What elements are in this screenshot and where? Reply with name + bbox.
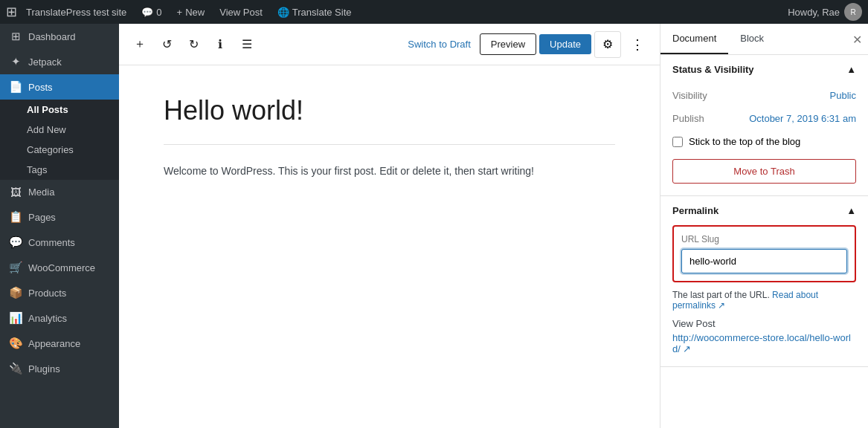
admin-bar-new[interactable]: + New [171, 0, 211, 24]
visibility-label: Visibility [672, 90, 707, 101]
appearance-icon: 🎨 [9, 337, 22, 350]
ellipsis-vertical-icon: ⋮ [631, 36, 644, 53]
visibility-row: Visibility Public [672, 84, 856, 107]
sidebar-item-comments[interactable]: 💬 Comments [0, 230, 119, 255]
permalink-header[interactable]: Permalink ▲ [660, 196, 868, 225]
publish-date-value[interactable]: October 7, 2019 6:31 am [749, 113, 856, 124]
info-icon: ℹ [218, 37, 222, 51]
admin-bar-site-name[interactable]: TranslatePress test site [20, 0, 132, 24]
view-post-url[interactable]: http://woocommerce-store.local/hello-wor… [672, 332, 851, 354]
sidebar-item-products[interactable]: 📦 Products [0, 280, 119, 305]
sidebar-item-woocommerce[interactable]: 🛒 WooCommerce [0, 255, 119, 280]
chevron-up-icon: ▲ [846, 205, 856, 216]
gear-icon: ⚙ [602, 37, 613, 51]
redo-icon: ↻ [189, 37, 199, 51]
add-block-icon: ＋ [134, 36, 146, 52]
details-button[interactable]: ℹ [208, 33, 232, 56]
comments-icon: 💬 [141, 7, 153, 18]
update-button[interactable]: Update [539, 34, 591, 54]
stick-row: Stick to the top of the blog [672, 130, 856, 153]
plugins-icon: 🔌 [9, 362, 22, 375]
post-content[interactable]: Welcome to WordPress. This is your first… [164, 163, 615, 181]
avatar: R [844, 3, 862, 21]
admin-bar: ⊞ TranslatePress test site 💬 0 + New Vie… [0, 0, 868, 24]
add-block-button[interactable]: ＋ [128, 33, 152, 56]
analytics-icon: 📊 [9, 311, 22, 325]
close-icon: ✕ [852, 33, 862, 45]
visibility-value[interactable]: Public [830, 90, 856, 101]
sidebar-sub-tags[interactable]: Tags [0, 160, 119, 180]
right-panel: Document Block ✕ Status & Visibility ▲ V… [660, 24, 868, 428]
posts-submenu: All Posts Add New Categories Tags [0, 100, 119, 180]
sidebar-sub-all-posts[interactable]: All Posts [0, 100, 119, 120]
stick-checkbox[interactable] [672, 137, 683, 147]
close-panel-button[interactable]: ✕ [852, 32, 862, 46]
permalink-input-wrapper: URL Slug [672, 225, 856, 282]
posts-icon: 📄 [9, 80, 22, 94]
sidebar-item-plugins[interactable]: 🔌 Plugins [0, 356, 119, 381]
permalink-section: Permalink ▲ URL Slug The last part of th… [660, 196, 868, 367]
switch-to-draft-button[interactable]: Switch to Draft [402, 39, 477, 50]
move-to-trash-button[interactable]: Move to Trash [672, 159, 856, 184]
editor-toolbar: ＋ ↺ ↻ ℹ ☰ Switch to Draft Preview Update… [119, 24, 660, 65]
sidebar-item-dashboard[interactable]: ⊞ Dashboard [0, 24, 119, 49]
sidebar-item-media[interactable]: 🖼 Media [0, 180, 119, 204]
woocommerce-icon: 🛒 [9, 261, 22, 274]
chevron-up-icon: ▲ [846, 64, 856, 75]
tab-block[interactable]: Block [728, 24, 776, 54]
settings-button[interactable]: ⚙ [594, 31, 621, 58]
url-slug-input[interactable] [681, 249, 847, 273]
more-options-button[interactable]: ⋮ [624, 31, 651, 58]
external-link-icon: ↗ [718, 300, 725, 311]
admin-bar-comments[interactable]: 💬 0 [135, 0, 167, 24]
tab-document[interactable]: Document [660, 24, 728, 54]
dashboard-icon: ⊞ [9, 30, 22, 43]
url-slug-label: URL Slug [681, 234, 847, 244]
undo-button[interactable]: ↺ [155, 33, 179, 56]
redo-button[interactable]: ↻ [181, 33, 205, 56]
admin-bar-view-post[interactable]: View Post [213, 0, 269, 24]
permalink-hint: The last part of the URL. Read about per… [672, 290, 856, 311]
sidebar-sub-add-new[interactable]: Add New [0, 120, 119, 140]
wp-logo-icon: ⊞ [6, 4, 17, 20]
post-title[interactable]: Hello world! [164, 95, 615, 145]
status-visibility-body: Visibility Public Publish October 7, 201… [660, 84, 868, 195]
sidebar-sub-categories[interactable]: Categories [0, 140, 119, 160]
sidebar-item-appearance[interactable]: 🎨 Appearance [0, 331, 119, 356]
media-icon: 🖼 [9, 186, 22, 198]
panel-tabs: Document Block ✕ [660, 24, 868, 55]
external-link-icon: ↗ [683, 343, 691, 354]
status-visibility-header[interactable]: Status & Visibility ▲ [660, 55, 868, 84]
sidebar-item-jetpack[interactable]: ✦ Jetpack [0, 49, 119, 74]
publish-label: Publish [672, 113, 704, 124]
comments-menu-icon: 💬 [9, 236, 22, 249]
plus-icon: + [177, 7, 183, 18]
translate-icon: 🌐 [277, 7, 289, 18]
products-icon: 📦 [9, 286, 22, 299]
list-view-icon: ☰ [242, 37, 252, 51]
pages-icon: 📋 [9, 210, 22, 224]
preview-button[interactable]: Preview [480, 33, 536, 55]
status-visibility-section: Status & Visibility ▲ Visibility Public … [660, 55, 868, 196]
sidebar-item-pages[interactable]: 📋 Pages [0, 204, 119, 230]
editor-container: ＋ ↺ ↻ ℹ ☰ Switch to Draft Preview Update… [119, 24, 660, 428]
list-view-button[interactable]: ☰ [235, 33, 259, 56]
permalink-body: URL Slug The last part of the URL. Read … [660, 225, 868, 366]
publish-row: Publish October 7, 2019 6:31 am [672, 107, 856, 130]
sidebar: ⊞ Dashboard ✦ Jetpack 📄 Posts All Posts … [0, 24, 119, 428]
admin-bar-user[interactable]: Howdy, Rae R [788, 3, 862, 21]
undo-icon: ↺ [162, 37, 172, 51]
admin-bar-translate-site[interactable]: 🌐 Translate Site [271, 0, 358, 24]
sidebar-item-analytics[interactable]: 📊 Analytics [0, 305, 119, 331]
editor-content[interactable]: Hello world! Welcome to WordPress. This … [119, 65, 660, 428]
view-post-label: View Post [672, 318, 856, 329]
sidebar-item-posts[interactable]: 📄 Posts [0, 74, 119, 100]
stick-label: Stick to the top of the blog [689, 136, 800, 147]
jetpack-icon: ✦ [9, 55, 22, 68]
